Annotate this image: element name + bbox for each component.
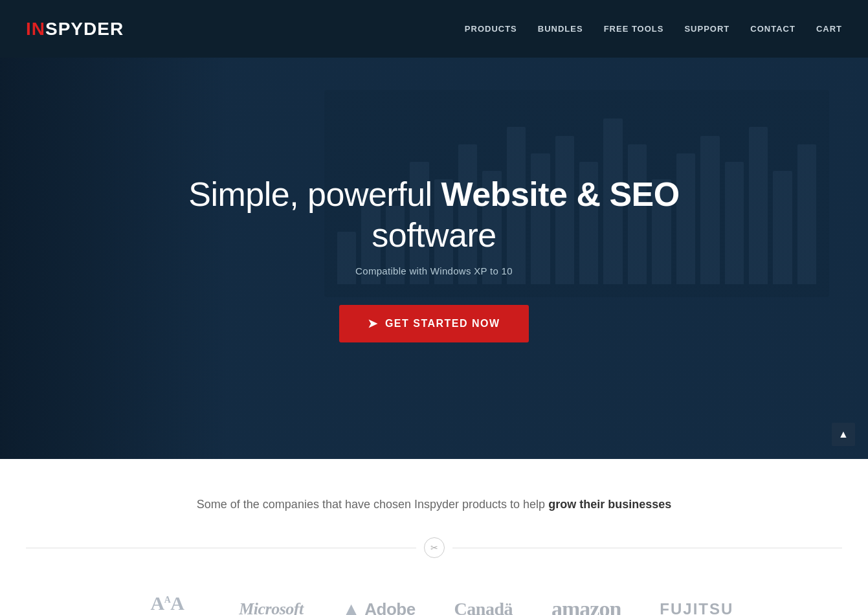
clients-section: Some of the companies that have chosen I… bbox=[0, 459, 868, 615]
nav-bundles[interactable]: BUNDLES bbox=[538, 24, 583, 34]
clients-description: Some of the companies that have chosen I… bbox=[26, 498, 842, 511]
chevron-up-icon: ▲ bbox=[838, 429, 849, 440]
nav-cart[interactable]: CART bbox=[816, 24, 842, 34]
main-nav: PRODUCTS BUNDLES FREE TOOLS SUPPORT CONT… bbox=[465, 24, 842, 34]
cta-label: GET STARTED NOW bbox=[385, 318, 500, 330]
hero-title-bold: Website & SEO bbox=[441, 175, 680, 213]
clients-divider: ✂ bbox=[26, 537, 842, 558]
hero-title: Simple, powerful Website & SEO software bbox=[169, 174, 700, 255]
divider-line-left bbox=[26, 548, 416, 548]
cta-button[interactable]: ➤ GET STARTED NOW bbox=[339, 305, 528, 342]
nav-support[interactable]: SUPPORT bbox=[684, 24, 729, 34]
clients-text-bold: grow their businesses bbox=[548, 498, 671, 511]
hero-section: Simple, powerful Website & SEO software … bbox=[0, 58, 868, 459]
logo-fujitsu: FUJITSU bbox=[660, 600, 733, 615]
nav-contact[interactable]: CONTACT bbox=[750, 24, 796, 34]
logo-canada: Canadä bbox=[454, 599, 513, 615]
scissors-icon: ✂ bbox=[424, 537, 445, 558]
aa-symbol: AAA bbox=[135, 590, 201, 615]
logo-adobe: ▲ Adobe bbox=[342, 599, 416, 615]
adobe-triangle: ▲ bbox=[342, 599, 365, 615]
scroll-up-button[interactable]: ▲ bbox=[832, 423, 855, 446]
client-logos-row: AAA American Airlines Microsoft ▲ Adobe … bbox=[26, 590, 842, 615]
header: INSPYDER PRODUCTS BUNDLES FREE TOOLS SUP… bbox=[0, 0, 868, 58]
hero-content: Simple, powerful Website & SEO software … bbox=[143, 174, 726, 342]
logo-suffix: SPYDER bbox=[45, 19, 124, 39]
hero-subtitle: Compatible with Windows XP to 10 bbox=[169, 265, 700, 276]
divider-line-right bbox=[452, 548, 843, 548]
logo[interactable]: INSPYDER bbox=[26, 19, 124, 39]
nav-products[interactable]: PRODUCTS bbox=[465, 24, 517, 34]
hero-title-part1: Simple, powerful bbox=[188, 175, 441, 213]
logo-microsoft: Microsoft bbox=[239, 599, 304, 615]
hero-title-part2: software bbox=[372, 216, 496, 254]
logo-in: IN bbox=[26, 19, 45, 39]
logo-american-airlines: AAA American Airlines bbox=[135, 590, 201, 615]
nav-free-tools[interactable]: FREE TOOLS bbox=[604, 24, 664, 34]
clients-text-part1: Some of the companies that have chosen I… bbox=[197, 498, 548, 511]
cta-arrow-icon: ➤ bbox=[368, 317, 379, 331]
logo-amazon: amazon bbox=[551, 597, 621, 615]
